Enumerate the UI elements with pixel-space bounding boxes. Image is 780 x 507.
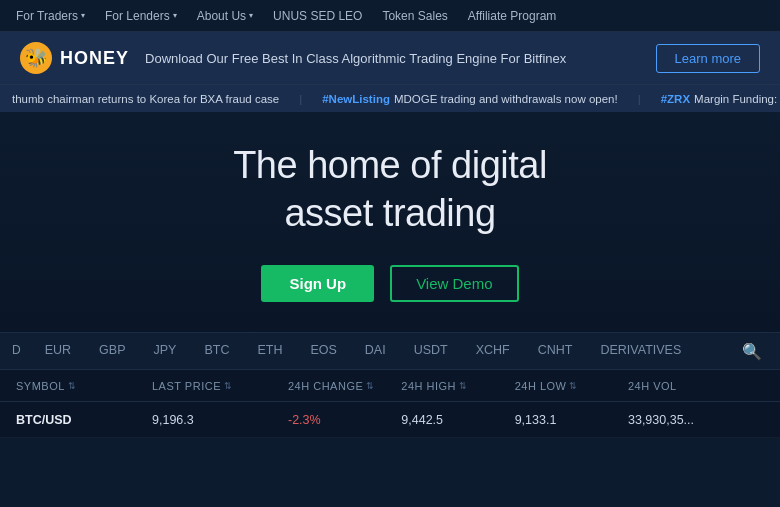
tab-usdt[interactable]: USDT <box>400 332 462 370</box>
tab-btc[interactable]: BTC <box>190 332 243 370</box>
tab-eur[interactable]: EUR <box>31 332 85 370</box>
ticker-item-zrx: #ZRX Margin Funding: $ZRX Rate Spike (2.… <box>661 93 780 105</box>
table-row: BTC/USD 9,196.3 -2.3% 9,442.5 9,133.1 33… <box>0 402 780 438</box>
sort-icon: ⇅ <box>569 381 578 391</box>
tab-derivatives[interactable]: DERIVATIVES <box>586 332 695 370</box>
view-demo-button[interactable]: View Demo <box>390 265 518 302</box>
learn-more-button[interactable]: Learn more <box>656 44 760 73</box>
cell-high: 9,442.5 <box>401 413 514 427</box>
sort-icon: ⇅ <box>68 381 77 391</box>
chevron-down-icon: ▾ <box>249 11 253 20</box>
nav-affiliate-program[interactable]: Affiliate Program <box>468 9 556 23</box>
col-header-price[interactable]: LAST PRICE ⇅ <box>152 380 288 392</box>
ticker-item-bxa: thumb chairman returns to Korea for BXA … <box>12 93 299 105</box>
top-nav: For Traders ▾ For Lenders ▾ About Us ▾ U… <box>0 0 780 32</box>
sort-icon: ⇅ <box>366 381 375 391</box>
tab-eos[interactable]: EOS <box>296 332 350 370</box>
cell-change: -2.3% <box>288 413 401 427</box>
sort-icon: ⇅ <box>224 381 233 391</box>
ticker-tape: thumb chairman returns to Korea for BXA … <box>0 84 780 112</box>
signup-button[interactable]: Sign Up <box>261 265 374 302</box>
chevron-down-icon: ▾ <box>173 11 177 20</box>
col-header-low[interactable]: 24H LOW ⇅ <box>515 380 628 392</box>
ticker-item-mdoge: #NewListing MDOGE trading and withdrawal… <box>322 93 637 105</box>
col-header-change[interactable]: 24H CHANGE ⇅ <box>288 380 401 392</box>
tab-eth[interactable]: ETH <box>243 332 296 370</box>
hero-buttons: Sign Up View Demo <box>261 265 518 302</box>
tab-xchf[interactable]: XCHF <box>462 332 524 370</box>
cell-price: 9,196.3 <box>152 413 288 427</box>
tab-cnht[interactable]: CNHT <box>524 332 587 370</box>
honey-banner-message: Download Our Free Best In Class Algorith… <box>145 51 640 66</box>
nav-unus-sed-leo[interactable]: UNUS SED LEO <box>273 9 362 23</box>
tab-dai[interactable]: DAI <box>351 332 400 370</box>
honey-bee-icon: 🐝 <box>20 42 52 74</box>
hero-title: The home of digitalasset trading <box>233 142 547 237</box>
honey-banner: 🐝 HONEY Download Our Free Best In Class … <box>0 32 780 84</box>
cell-vol: 33,930,35... <box>628 413 764 427</box>
tab-usd[interactable]: D <box>8 332 31 370</box>
col-header-vol[interactable]: 24H VOL <box>628 380 764 392</box>
cell-symbol: BTC/USD <box>16 413 152 427</box>
col-header-high[interactable]: 24H HIGH ⇅ <box>401 380 514 392</box>
table-header: SYMBOL ⇅ LAST PRICE ⇅ 24H CHANGE ⇅ 24H H… <box>0 370 780 402</box>
nav-for-lenders[interactable]: For Lenders ▾ <box>105 9 177 23</box>
nav-for-traders[interactable]: For Traders ▾ <box>16 9 85 23</box>
hero-section: The home of digitalasset trading Sign Up… <box>0 112 780 332</box>
tab-jpy[interactable]: JPY <box>139 332 190 370</box>
tab-gbp[interactable]: GBP <box>85 332 139 370</box>
chevron-down-icon: ▾ <box>81 11 85 20</box>
nav-about-us[interactable]: About Us ▾ <box>197 9 253 23</box>
nav-token-sales[interactable]: Token Sales <box>382 9 447 23</box>
col-header-symbol[interactable]: SYMBOL ⇅ <box>16 380 152 392</box>
honey-logo: 🐝 HONEY <box>20 42 129 74</box>
sort-icon: ⇅ <box>459 381 468 391</box>
search-icon[interactable]: 🔍 <box>732 342 772 361</box>
currency-tabs: D EUR GBP JPY BTC ETH EOS DAI USDT XCHF … <box>0 332 780 370</box>
cell-low: 9,133.1 <box>515 413 628 427</box>
